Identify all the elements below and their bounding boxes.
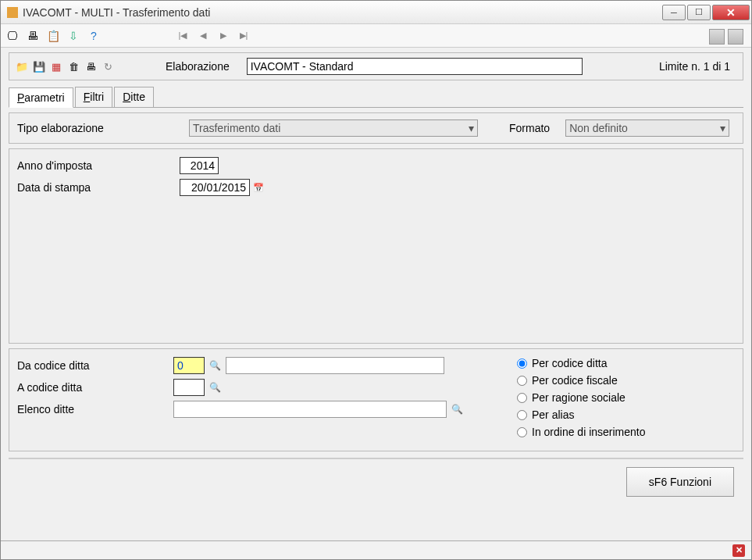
form-panel: Anno d'imposta Data di stampa 📅 [9, 148, 743, 344]
last-icon[interactable]: ▶| [237, 29, 251, 43]
tipo-elaborazione-select[interactable]: Trasferimento dati ▾ [189, 119, 478, 137]
da-codice-desc-input[interactable] [226, 357, 444, 374]
calendar-icon[interactable]: 📅 [253, 183, 264, 193]
pdf-icon[interactable]: ▦ [50, 60, 62, 73]
ditte-panel: Da codice ditta 🔍 A codice ditta 🔍 Elenc… [9, 348, 743, 451]
formato-label: Formato [509, 122, 550, 134]
next-icon[interactable]: ▶ [216, 29, 230, 43]
a-codice-input[interactable] [173, 379, 205, 396]
right-toolbar [709, 29, 743, 45]
tab-parametri[interactable]: Parametri [9, 87, 73, 108]
anno-imposta-input[interactable] [180, 157, 219, 174]
save-icon[interactable]: 💾 [33, 60, 45, 73]
formato-select[interactable]: Non definito ▾ [565, 119, 729, 137]
maximize-button[interactable]: ☐ [687, 5, 711, 20]
chevron-down-icon: ▾ [469, 122, 474, 134]
chevron-down-icon: ▾ [720, 122, 725, 134]
elaborazione-bar: 📁 💾 ▦ 🗑 🖶 ↻ Elaborazione Limite n. 1 di … [9, 52, 743, 80]
radio-alias[interactable]: Per alias [517, 408, 735, 421]
tab-filtri[interactable]: Filtri [75, 87, 112, 107]
formato-value: Non definito [569, 122, 628, 134]
tab-ditte[interactable]: Ditte [114, 87, 154, 107]
status-close-icon[interactable]: ✕ [732, 544, 745, 557]
refresh-icon[interactable]: ↻ [102, 60, 114, 73]
tabs: Parametri Filtri Ditte [9, 87, 743, 108]
help-icon[interactable]: ? [87, 29, 101, 43]
elenco-ditte-input[interactable] [173, 401, 447, 418]
prev-icon[interactable]: ◀ [196, 29, 210, 43]
tipo-panel: Tipo elaborazione Trasferimento dati ▾ F… [9, 112, 743, 144]
close-button[interactable]: ✕ [712, 5, 750, 20]
funzioni-button[interactable]: sF6 Funzioni [626, 467, 734, 497]
printer-icon[interactable]: 🖶 [84, 60, 97, 73]
elaborazione-input[interactable] [247, 58, 583, 75]
action1-icon[interactable] [709, 29, 725, 45]
export-icon[interactable]: ⇩ [66, 29, 80, 43]
action2-icon[interactable] [728, 29, 743, 45]
sort-radios: Per codice ditta Per codice fiscale Per … [517, 357, 735, 443]
elenco-ditte-label: Elenco ditte [17, 403, 173, 416]
radio-ragione-sociale[interactable]: Per ragione sociale [517, 391, 735, 404]
screen-icon[interactable]: 🖵 [5, 29, 20, 43]
clipboard-icon[interactable]: 📋 [46, 29, 60, 43]
search-icon[interactable]: 🔍 [209, 360, 221, 371]
search-icon[interactable]: 🔍 [209, 382, 221, 393]
elaborazione-label: Elaborazione [166, 60, 230, 73]
radio-codice-ditta[interactable]: Per codice ditta [517, 357, 735, 369]
radio-codice-fiscale[interactable]: Per codice fiscale [517, 374, 735, 387]
limit-text: Limite n. 1 di 1 [659, 60, 736, 73]
window-title: IVACOMT - MULTI - Trasferimento dati [23, 6, 661, 19]
status-bar: ✕ [1, 540, 751, 559]
folder-icon[interactable]: 📁 [16, 60, 28, 73]
first-icon[interactable]: |◀ [176, 29, 190, 43]
titlebar: IVACOMT - MULTI - Trasferimento dati ─ ☐… [1, 1, 751, 24]
delete-icon[interactable]: 🗑 [67, 60, 80, 73]
tipo-elaborazione-label: Tipo elaborazione [17, 122, 173, 134]
a-codice-label: A codice ditta [17, 381, 173, 394]
da-codice-label: Da codice ditta [17, 359, 173, 372]
main-toolbar: 🖵 🖶 📋 ⇩ ? |◀ ◀ ▶ ▶| [1, 24, 751, 48]
data-stampa-label: Data di stampa [17, 181, 180, 194]
da-codice-input[interactable] [173, 357, 205, 374]
radio-ordine-inserimento[interactable]: In ordine di inserimento [517, 426, 735, 438]
data-stampa-input[interactable] [180, 179, 250, 196]
tipo-elaborazione-value: Trasferimento dati [193, 122, 280, 134]
anno-imposta-label: Anno d'imposta [17, 159, 180, 172]
app-icon [7, 7, 18, 18]
function-panel: sF6 Funzioni [9, 458, 743, 505]
search-icon[interactable]: 🔍 [451, 404, 463, 415]
minimize-button[interactable]: ─ [662, 5, 686, 20]
print-icon[interactable]: 🖶 [26, 29, 40, 43]
